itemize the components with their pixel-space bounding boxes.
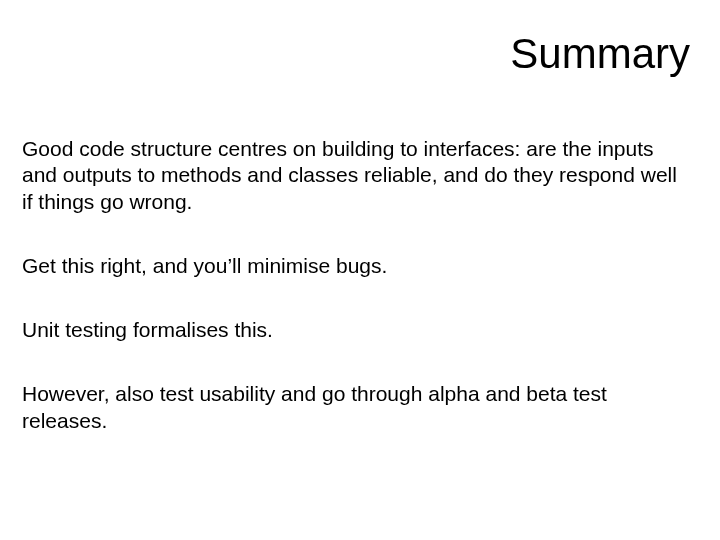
slide-body: Good code structure centres on building …: [22, 136, 692, 434]
paragraph: Good code structure centres on building …: [22, 136, 692, 215]
slide-title: Summary: [22, 30, 692, 78]
paragraph: However, also test usability and go thro…: [22, 381, 692, 434]
paragraph: Unit testing formalises this.: [22, 317, 692, 343]
slide-container: Summary Good code structure centres on b…: [0, 0, 720, 540]
paragraph: Get this right, and you’ll minimise bugs…: [22, 253, 692, 279]
